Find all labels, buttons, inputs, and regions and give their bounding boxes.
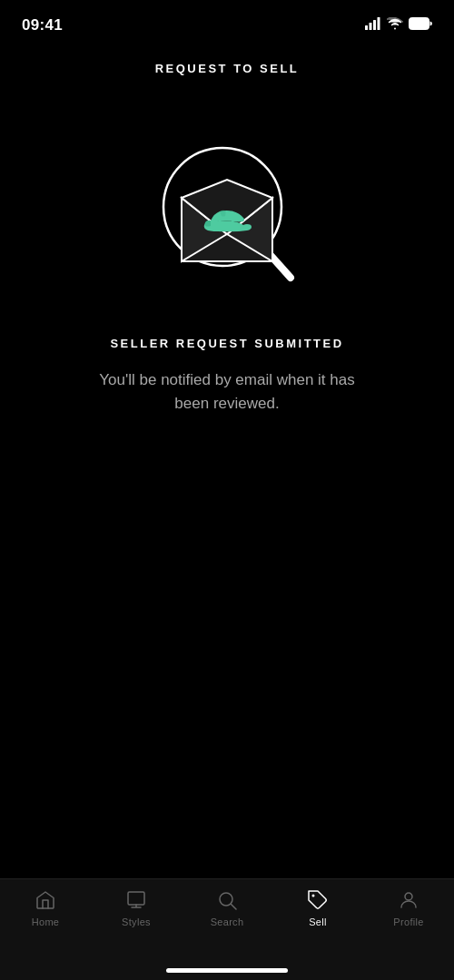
page-header: REQUEST TO SELL	[0, 40, 454, 75]
page-title: REQUEST TO SELL	[0, 62, 454, 75]
tab-profile-label: Profile	[393, 916, 423, 927]
signal-icon	[365, 17, 381, 34]
tab-styles-label: Styles	[122, 916, 151, 927]
svg-rect-5	[410, 19, 427, 28]
search-icon	[215, 888, 239, 912]
svg-rect-1	[370, 23, 372, 30]
tab-home[interactable]: Home	[0, 888, 91, 927]
submission-status-description: You'll be notified by email when it has …	[82, 368, 372, 415]
submission-illustration	[145, 130, 309, 293]
styles-icon	[124, 888, 148, 912]
profile-icon	[397, 888, 420, 912]
tab-bar: Home Styles Search Sell	[0, 878, 454, 980]
submission-status-title: SELLER REQUEST SUBMITTED	[110, 337, 343, 350]
status-time: 09:41	[22, 16, 63, 34]
tab-profile[interactable]: Profile	[363, 888, 454, 927]
svg-rect-2	[373, 20, 376, 30]
svg-point-13	[220, 893, 232, 906]
tab-sell[interactable]: Sell	[272, 888, 363, 927]
svg-rect-12	[128, 892, 144, 905]
home-indicator	[166, 968, 288, 973]
svg-line-14	[232, 905, 237, 910]
main-content: SELLER REQUEST SUBMITTED You'll be notif…	[0, 75, 454, 415]
status-bar: 09:41	[0, 0, 454, 40]
sell-icon	[306, 888, 330, 912]
tab-search[interactable]: Search	[182, 888, 272, 927]
svg-rect-0	[365, 25, 368, 30]
svg-rect-3	[378, 17, 380, 30]
tab-home-label: Home	[32, 916, 60, 927]
wifi-icon	[387, 17, 403, 34]
home-icon	[34, 888, 57, 912]
tab-search-label: Search	[211, 916, 244, 927]
tab-sell-label: Sell	[309, 916, 327, 927]
svg-point-15	[312, 895, 315, 897]
battery-icon	[409, 17, 432, 34]
status-icons	[365, 17, 432, 34]
svg-point-16	[405, 893, 412, 900]
tab-styles[interactable]: Styles	[91, 888, 182, 927]
